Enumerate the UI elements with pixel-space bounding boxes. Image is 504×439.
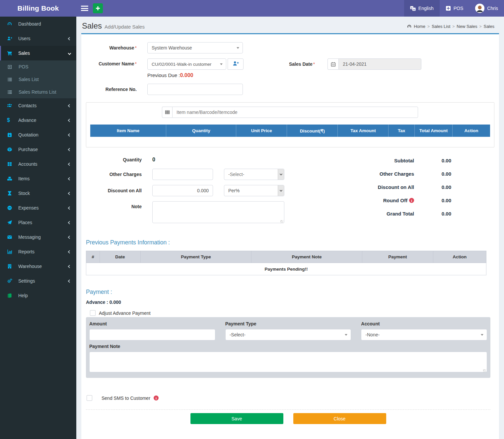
- home-icon: [407, 24, 412, 29]
- sidebar-item-messaging[interactable]: Messaging: [0, 230, 76, 244]
- items-panel: Item Name Quantity Unit Price Discount(₹…: [86, 102, 494, 147]
- chevron-left-icon: [68, 279, 71, 283]
- discount-on-all-input[interactable]: [152, 185, 213, 196]
- quick-add-button[interactable]: [93, 3, 103, 13]
- sidebar-item-expenses[interactable]: Expenses: [0, 201, 76, 215]
- sidebar-item-label: Places: [18, 220, 68, 225]
- breadcrumb-separator: >: [479, 24, 481, 29]
- chevron-down-icon: [280, 189, 282, 191]
- sidebar-item-accounts[interactable]: Accounts: [0, 157, 76, 171]
- caret-down-icon: [237, 47, 239, 49]
- sales-date-input[interactable]: [338, 58, 421, 70]
- app-logo[interactable]: Billing Book: [0, 0, 76, 17]
- note-label: Note: [131, 204, 142, 209]
- sidebar-item-reports[interactable]: Reports: [0, 244, 76, 259]
- sidebar-item-contacts[interactable]: Contacts: [0, 98, 76, 113]
- sidebar-item-sales[interactable]: Sales: [0, 46, 76, 60]
- breadcrumb-home[interactable]: Home: [414, 24, 425, 29]
- sidebar-item-sales-returns-list[interactable]: Sales Returns List: [0, 86, 76, 98]
- customer-select[interactable]: CU/02/0001-Walk-in customer: [147, 58, 226, 70]
- payment-type-select[interactable]: -Select-: [225, 329, 351, 340]
- grand-total-label: Grand Total: [387, 211, 414, 217]
- sidebar-item-label: Quotation: [18, 132, 68, 137]
- sidebar-item-advance[interactable]: Advance: [0, 113, 76, 128]
- pp-col-payment-type: Payment Type: [141, 251, 252, 263]
- pp-col-index: #: [86, 251, 100, 263]
- round-off-value: 0.00: [414, 198, 451, 203]
- account-select-value: -None-: [365, 332, 380, 337]
- sidebar-item-quotation[interactable]: Quotation: [0, 128, 76, 142]
- sidebar-item-places[interactable]: Places: [0, 215, 76, 230]
- grid-icon: [7, 161, 15, 167]
- totals-summary: Subtotal 0.00 Other Charges 0.00 Discoun…: [298, 157, 494, 229]
- sidebar-item-help[interactable]: Help: [0, 288, 76, 303]
- sidebar-item-label: Stock: [18, 191, 68, 196]
- envelope-icon: [7, 234, 15, 240]
- payment-note-textarea[interactable]: [89, 352, 487, 372]
- sidebar-item-items[interactable]: Items: [0, 171, 76, 186]
- reference-input[interactable]: [147, 84, 243, 95]
- breadcrumb-separator: >: [452, 24, 455, 29]
- subtotal-value: 0.00: [414, 158, 451, 163]
- account-select[interactable]: -None-: [361, 329, 487, 340]
- language-menu[interactable]: aA English: [404, 0, 440, 17]
- user-menu[interactable]: Chris: [469, 0, 504, 17]
- item-search-input[interactable]: [172, 107, 418, 118]
- sidebar-item-users[interactable]: Users: [0, 31, 76, 46]
- grand-total-value: 0.00: [414, 211, 451, 217]
- sidebar-item-label: Sales List: [19, 77, 71, 82]
- sidebar-item-warehouse[interactable]: Warehouse: [0, 259, 76, 274]
- user-plus-icon: [233, 60, 239, 68]
- sidebar-item-pos[interactable]: POS: [0, 60, 76, 73]
- sidebar-item-settings[interactable]: Settings: [0, 274, 76, 288]
- account-label: Account: [361, 321, 487, 326]
- items-col-total: Total Amount: [414, 125, 452, 137]
- items-col-discount: Discount(₹): [287, 125, 338, 137]
- info-icon[interactable]: [154, 395, 159, 400]
- discount-on-all-label: Discount on All: [108, 188, 142, 193]
- bar-chart-icon: [7, 249, 15, 254]
- save-button[interactable]: Save: [190, 413, 283, 424]
- warehouse-label: Warehouse: [109, 45, 134, 50]
- amount-input[interactable]: [89, 329, 215, 340]
- breadcrumb-new-sales[interactable]: New Sales: [457, 24, 477, 29]
- top-header: Billing Book aA English POS Chris: [0, 0, 504, 17]
- calendar-icon: [327, 58, 338, 70]
- other-charges-input[interactable]: [152, 169, 213, 180]
- other-charges-select[interactable]: -Select-: [224, 169, 284, 180]
- warehouse-select[interactable]: System Warehouse: [147, 42, 243, 53]
- discount-type-select[interactable]: Per%: [224, 185, 284, 196]
- chevron-left-icon: [68, 133, 71, 136]
- chevron-left-icon: [68, 162, 71, 166]
- page-title: Sales: [82, 21, 102, 30]
- note-textarea[interactable]: [152, 201, 284, 223]
- send-sms-checkbox[interactable]: [87, 395, 92, 401]
- info-icon[interactable]: [409, 198, 414, 203]
- reference-label: Reference No.: [106, 87, 137, 92]
- close-button[interactable]: Close: [293, 413, 386, 424]
- payment-panel: Amount Payment Type -Select- Account: [86, 317, 490, 378]
- sidebar-item-label: Help: [18, 293, 71, 298]
- caret-down-icon: [345, 334, 347, 336]
- sidebar-item-sales-list[interactable]: Sales List: [0, 73, 76, 86]
- user-plus-icon: [7, 36, 15, 41]
- sidebar-item-stock[interactable]: Stock: [0, 186, 76, 201]
- other-charges-total-label: Other Charges: [380, 171, 414, 177]
- sidebar-item-purchase[interactable]: Purchase: [0, 142, 76, 157]
- discount-type-select-value: Per%: [228, 188, 240, 193]
- caret-down-icon: [481, 334, 483, 336]
- customer-select-value: CU/02/0001-Walk-in customer: [152, 62, 211, 67]
- add-customer-button[interactable]: [228, 58, 244, 70]
- gears-icon: [7, 278, 15, 284]
- adjust-advance-checkbox[interactable]: [90, 310, 96, 316]
- breadcrumb-sales-list[interactable]: Sales List: [432, 24, 450, 29]
- amount-label: Amount: [89, 321, 215, 326]
- sidebar-item-dashboard[interactable]: Dashboard: [0, 17, 76, 31]
- pos-menu[interactable]: POS: [440, 0, 469, 17]
- payment-type-select-value: -Select-: [230, 332, 246, 337]
- sidebar-toggle-icon[interactable]: [81, 6, 88, 11]
- building-icon: [7, 264, 15, 269]
- round-off-label: Round Off: [383, 198, 407, 203]
- required-asterisk: *: [135, 61, 137, 66]
- discount-total-value: 0.00: [414, 184, 451, 190]
